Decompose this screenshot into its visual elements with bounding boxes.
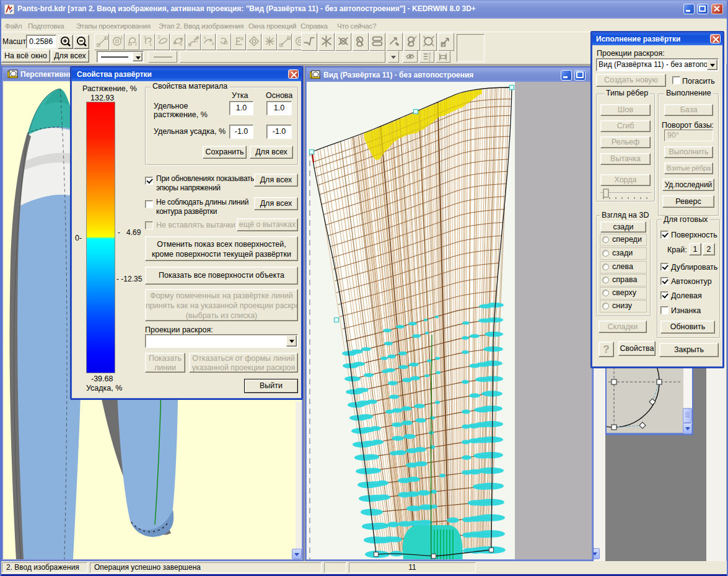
svg-text:a: a: [241, 35, 244, 42]
svg-text:2: 2: [158, 34, 160, 40]
svg-text:1: 1: [134, 41, 137, 47]
svg-text:2: 2: [144, 35, 146, 40]
svg-text:1: 1: [149, 42, 152, 47]
svg-text:4: 4: [180, 42, 182, 47]
svg-text:1: 1: [428, 58, 430, 62]
svg-text:2: 2: [195, 38, 198, 43]
svg-text:1: 1: [120, 35, 123, 40]
svg-text:4: 4: [211, 41, 214, 47]
svg-text:1: 1: [204, 35, 206, 40]
